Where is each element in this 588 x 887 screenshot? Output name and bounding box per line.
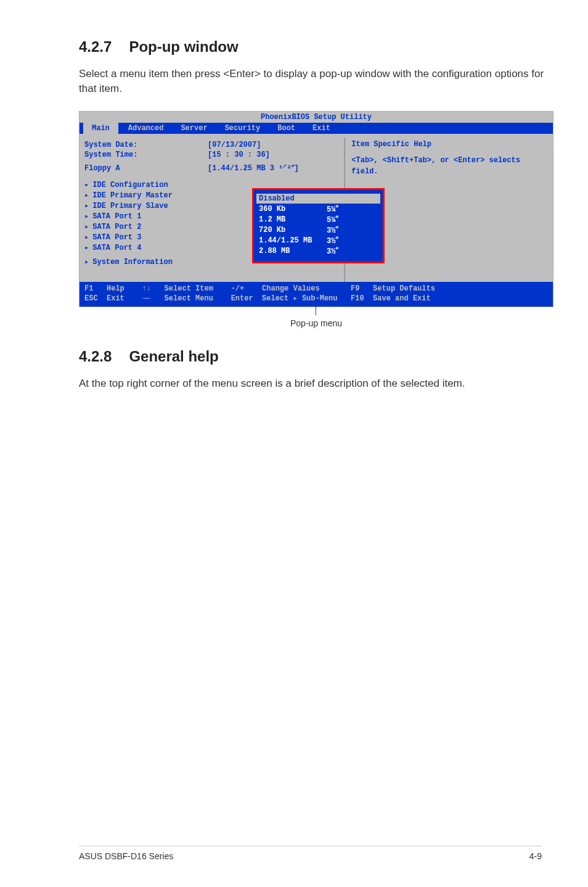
bios-footer: F1 Help ↑↓ Select Item -/+ Change Values… (80, 282, 553, 307)
popup-caption: Pop-up menu (79, 318, 553, 328)
help-pane-title: Item Specific Help (351, 140, 545, 149)
section-number-2: 4.2.8 (79, 348, 112, 365)
footer-line-2: ESC Exit →← Select Menu Enter Select ▸ S… (84, 294, 548, 303)
popup-option-disabled[interactable]: Disabled (256, 194, 380, 204)
tab-security[interactable]: Security (216, 123, 269, 134)
tab-main[interactable]: Main (83, 123, 118, 134)
footer-product: ASUS DSBF-D16 Series (79, 851, 173, 861)
bios-title: PhoenixBIOS Setup Utility (80, 112, 553, 123)
bios-tabbar: Main Advanced Server Security Boot Exit (80, 123, 553, 134)
footer-line-1: F1 Help ↑↓ Select Item -/+ Change Values… (84, 284, 548, 294)
popup-option-360kb[interactable]: 360 Kb5¼ʺ (259, 204, 378, 215)
popup-option-720kb[interactable]: 720 Kb3½ʺ (259, 225, 378, 236)
row-floppy-a: Floppy A [1.44/1.25 MB 3 ¹⸍²ʺ] (84, 163, 340, 173)
tab-exit[interactable]: Exit (304, 123, 339, 134)
bios-screenshot: PhoenixBIOS Setup Utility Main Advanced … (79, 111, 553, 307)
tab-server[interactable]: Server (172, 123, 216, 134)
row-system-date: System Date: [07/13/2007] (84, 140, 340, 150)
footer-page-number: 4-9 (529, 851, 542, 861)
section-number: 4.2.7 (79, 38, 112, 55)
help-pane-text: <Tab>, <Shift+Tab>, or <Enter> selects f… (351, 155, 545, 177)
section-paragraph-2: At the top right corner of the menu scre… (79, 376, 545, 391)
popup-menu[interactable]: Disabled 360 Kb5¼ʺ 1.2 MB5¼ʺ 720 Kb3½ʺ 1… (252, 188, 385, 263)
tab-boot[interactable]: Boot (269, 123, 304, 134)
section-title-2: General help (129, 348, 218, 365)
section-paragraph: Select a menu item then press <Enter> to… (79, 67, 545, 96)
section-title: Pop-up window (129, 38, 238, 55)
popup-pointer-line: │ (79, 305, 553, 315)
popup-option-1-2mb[interactable]: 1.2 MB5¼ʺ (259, 215, 378, 225)
tab-advanced[interactable]: Advanced (120, 123, 173, 134)
popup-option-2-88mb[interactable]: 2.88 MB3½ʺ (259, 246, 378, 257)
row-system-time: System Time: [15 : 30 : 36] (84, 150, 340, 160)
popup-option-1-44mb[interactable]: 1.44/1.25 MB3½ʺ (259, 236, 378, 246)
